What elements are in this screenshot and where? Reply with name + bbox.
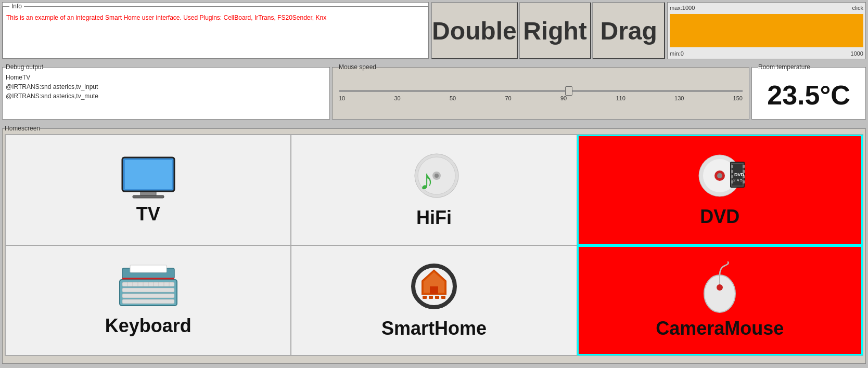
smarthome-label: SmartHome bbox=[381, 318, 487, 339]
homescreen-legend: Homescreen bbox=[5, 125, 40, 132]
svg-rect-30 bbox=[122, 294, 174, 298]
svg-rect-47 bbox=[430, 286, 438, 294]
mouse-speed-panel: Mouse speed 10 30 50 70 90 110 130 150 bbox=[332, 63, 749, 123]
cameramouse-label: CameraMouse bbox=[656, 318, 784, 339]
homescreen-grid: TV ♪ HiFi bbox=[5, 134, 863, 356]
mouse-speed-slider[interactable] bbox=[339, 90, 743, 92]
svg-rect-42 bbox=[130, 265, 167, 272]
svg-point-13 bbox=[717, 173, 722, 178]
cameramouse-icon bbox=[696, 261, 743, 313]
grid-cell-smarthome[interactable]: SmartHome bbox=[291, 245, 577, 356]
speed-label-10: 10 bbox=[339, 95, 345, 101]
info-legend: Info bbox=[9, 3, 24, 10]
svg-text:2 4 5: 2 4 5 bbox=[733, 178, 743, 182]
grid-cell-keyboard[interactable]: Keyboard bbox=[5, 245, 291, 356]
svg-rect-17 bbox=[731, 165, 733, 168]
slider-click-label: click bbox=[852, 5, 863, 11]
right-button[interactable]: Right bbox=[519, 2, 592, 59]
room-temp-legend: Room temperature bbox=[758, 63, 810, 71]
grid-cell-tv[interactable]: TV bbox=[5, 135, 291, 245]
svg-rect-51 bbox=[441, 296, 445, 299]
svg-rect-3 bbox=[133, 195, 164, 198]
svg-point-54 bbox=[717, 284, 723, 291]
homescreen-panel: Homescreen TV bbox=[0, 124, 868, 366]
svg-rect-49 bbox=[429, 296, 433, 299]
svg-rect-50 bbox=[435, 296, 439, 299]
speed-label-70: 70 bbox=[505, 95, 511, 101]
speed-label-90: 90 bbox=[560, 95, 567, 101]
info-text: This is an example of an integrated Smar… bbox=[6, 14, 425, 21]
info-panel: Info This is an example of an integrated… bbox=[2, 2, 429, 59]
speed-label-30: 30 bbox=[394, 95, 400, 101]
slider-fill bbox=[670, 14, 863, 47]
grid-cell-dvd[interactable]: DVD 2 4 5 DVD bbox=[577, 135, 863, 245]
tv-label: TV bbox=[136, 203, 160, 225]
svg-rect-21 bbox=[743, 165, 745, 168]
svg-rect-29 bbox=[122, 288, 174, 292]
action-buttons: Double Right Drag bbox=[431, 2, 665, 59]
grid-cell-cameramouse[interactable]: CameraMouse bbox=[577, 245, 863, 356]
svg-text:♪: ♪ bbox=[419, 164, 434, 196]
dvd-icon: DVD 2 4 5 bbox=[691, 152, 748, 202]
slider-max-label: max:1000 bbox=[670, 5, 695, 11]
temp-value: 23.5°C bbox=[767, 80, 850, 111]
debug-panel: Debug output HomeTV @IRTRANS:snd asteric… bbox=[2, 63, 330, 123]
debug-legend: Debug output bbox=[6, 63, 43, 71]
speed-label-130: 130 bbox=[674, 95, 684, 101]
slider-value-num: 1000 bbox=[851, 50, 863, 57]
debug-text: HomeTV @IRTRANS:snd asterics,tv_input @I… bbox=[6, 73, 326, 101]
room-temp-panel: Room temperature 23.5°C bbox=[751, 63, 866, 123]
mouse-speed-legend: Mouse speed bbox=[339, 63, 376, 71]
smarthome-icon bbox=[408, 261, 460, 313]
dvd-label: DVD bbox=[700, 206, 739, 228]
svg-rect-48 bbox=[423, 296, 427, 299]
svg-rect-24 bbox=[743, 180, 745, 183]
keyboard-icon bbox=[117, 264, 180, 311]
grid-cell-hifi[interactable]: ♪ HiFi bbox=[291, 135, 577, 245]
speed-label-110: 110 bbox=[616, 95, 625, 101]
svg-rect-1 bbox=[125, 160, 172, 189]
speed-label-150: 150 bbox=[733, 95, 743, 101]
hifi-icon: ♪ bbox=[408, 151, 460, 203]
tv-icon bbox=[120, 155, 177, 199]
svg-point-8 bbox=[435, 174, 439, 178]
hifi-label: HiFi bbox=[416, 207, 452, 229]
svg-rect-18 bbox=[731, 170, 733, 173]
slider-min-label: min:0 bbox=[670, 50, 684, 57]
keyboard-label: Keyboard bbox=[105, 315, 192, 337]
double-button[interactable]: Double bbox=[431, 2, 518, 59]
drag-button[interactable]: Drag bbox=[592, 2, 665, 59]
speed-label-50: 50 bbox=[450, 95, 456, 101]
slider-value-panel: max:1000 click min:0 1000 bbox=[667, 2, 866, 59]
svg-rect-31 bbox=[122, 299, 174, 304]
svg-text:DVD: DVD bbox=[734, 172, 745, 177]
